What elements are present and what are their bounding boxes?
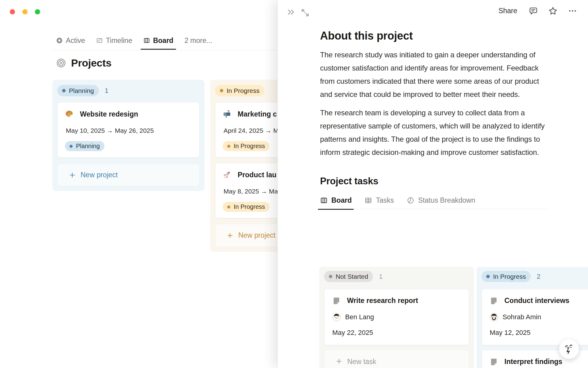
close-window-button[interactable] (10, 9, 15, 14)
section-heading-about[interactable]: About this project (320, 29, 548, 42)
plus-icon (69, 171, 76, 179)
window-controls (10, 9, 40, 14)
page-title-block: Projects (56, 57, 111, 69)
new-task-button[interactable]: New task (324, 350, 469, 368)
view-tabs: Active Timeline Board 2 more... (56, 31, 212, 50)
new-project-button[interactable]: New project (57, 164, 200, 186)
column-header: Planning 1 (57, 85, 200, 96)
task-date: May 22, 2025 (332, 329, 461, 337)
card-status-tag: Planning (65, 141, 104, 151)
zoom-window-button[interactable] (35, 9, 40, 14)
notion-ai-face-icon (563, 343, 575, 355)
status-dot-icon (220, 89, 223, 92)
table-icon (364, 197, 372, 204)
minimize-window-button[interactable] (22, 9, 28, 14)
status-dot-icon (62, 89, 66, 92)
plus-icon (335, 358, 343, 365)
about-paragraph-1[interactable]: The research study was initiated to gain… (320, 48, 548, 101)
card-title: Marketing c (238, 110, 277, 118)
tasks-tab-board[interactable]: Board (320, 196, 352, 205)
status-dot-icon (70, 145, 73, 148)
task-title: Interpret findings (504, 358, 562, 366)
side-peek-panel: Share About this project The research st… (277, 0, 588, 368)
task-date: May 12, 2025 (490, 329, 588, 337)
plus-icon (226, 232, 234, 239)
card-title: Product lau (238, 171, 277, 179)
board-icon (320, 197, 328, 204)
notion-ai-button[interactable] (559, 339, 579, 359)
task-column-not-started: Not Started 1 Write research report Ben … (319, 267, 474, 368)
board-column-planning: Planning 1 Website redesign May 10, 2025… (52, 80, 205, 191)
note-icon (332, 297, 341, 305)
tabs-divider (52, 50, 285, 50)
view-tab-timeline[interactable]: Timeline (96, 31, 132, 50)
rocket-icon (223, 171, 231, 179)
tasks-tab-tasks[interactable]: Tasks (364, 196, 394, 205)
page-title[interactable]: Projects (71, 57, 111, 69)
section-heading-tasks[interactable]: Project tasks (320, 176, 548, 187)
column-header: Not Started 1 (324, 271, 469, 282)
task-assignee: Ben Lang (345, 313, 374, 321)
tasks-board: Not Started 1 Write research report Ben … (319, 267, 588, 368)
view-tab-active[interactable]: Active (56, 31, 85, 50)
pie-chart-icon (407, 197, 414, 204)
view-tab-more[interactable]: 2 more... (184, 31, 212, 50)
view-tab-label: Timeline (106, 36, 132, 45)
timeline-icon (96, 37, 103, 44)
status-pill-not-started[interactable]: Not Started (324, 271, 373, 282)
column-header: In Progress 2 (481, 271, 588, 282)
view-tab-board[interactable]: Board (143, 31, 173, 50)
expand-diagonal-icon[interactable] (300, 8, 310, 17)
card-status-tag: In Progress (223, 141, 270, 151)
card-status-tag: In Progress (223, 202, 270, 212)
card-title: Website redesign (80, 110, 138, 118)
tasks-tab-status-breakdown[interactable]: Status Breakdown (407, 196, 475, 205)
status-dot-icon (227, 145, 230, 148)
view-tab-label: 2 more... (184, 36, 212, 45)
sohrab-amin-avatar (490, 313, 498, 321)
notion-app-window: Active Timeline Board 2 more... Projects… (0, 0, 588, 368)
column-count: 1 (379, 273, 383, 281)
card-date-range: May 10, 2025 → May 26, 2025 (66, 127, 192, 134)
board-icon (143, 37, 150, 44)
note-icon (490, 358, 498, 366)
double-chevron-right-icon[interactable] (286, 7, 296, 17)
task-card-write-research-report[interactable]: Write research report Ben Lang May 22, 2… (324, 289, 469, 345)
view-tab-label: Active (66, 36, 85, 45)
project-card-website-redesign[interactable]: Website redesign May 10, 2025 → May 26, … (57, 102, 200, 158)
page-content: About this project The research study wa… (320, 0, 548, 209)
task-card-conduct-interviews[interactable]: Conduct interviews Sohrab Amin May 12, 2… (481, 289, 588, 345)
task-title: Conduct interviews (504, 297, 569, 305)
about-paragraph-2[interactable]: The research team is developing a survey… (320, 106, 548, 159)
palette-icon (65, 110, 74, 118)
task-title: Write research report (347, 297, 418, 305)
status-dot-icon (486, 275, 490, 278)
status-pill-in-progress[interactable]: In Progress (215, 85, 264, 96)
note-icon (490, 297, 498, 305)
status-pill-planning[interactable]: Planning (57, 85, 99, 96)
star-icon[interactable] (548, 6, 558, 16)
status-dot-icon (227, 205, 230, 209)
status-pill-in-progress[interactable]: In Progress (481, 271, 531, 282)
task-assignee: Sohrab Amin (503, 313, 541, 321)
ben-lang-avatar (332, 313, 341, 321)
target-icon (56, 58, 66, 68)
mailbox-icon (223, 110, 231, 118)
star-circle-icon (56, 37, 63, 44)
ellipsis-icon[interactable] (568, 6, 577, 16)
column-count: 2 (537, 273, 540, 281)
status-dot-icon (329, 275, 332, 278)
column-count: 1 (105, 87, 108, 95)
view-tab-label: Board (153, 36, 173, 45)
tasks-view-tabs: Board Tasks Status Breakdown (320, 196, 548, 209)
